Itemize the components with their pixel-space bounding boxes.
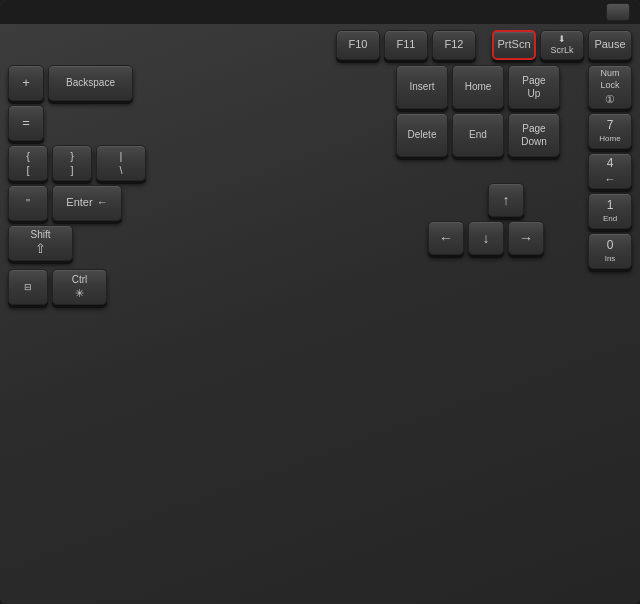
key-enter[interactable]: Enter ←	[52, 185, 122, 221]
key-quote[interactable]: "	[8, 185, 48, 221]
num4-top: 4	[607, 156, 614, 172]
numlock-label-1: Num	[600, 68, 619, 80]
left-row4: " Enter ←	[8, 185, 384, 221]
key-backslash-char: \	[119, 163, 122, 177]
key-end[interactable]: End	[452, 113, 504, 157]
key-num1[interactable]: 1 End	[588, 193, 632, 229]
key-ctrl-label: Ctrl	[72, 273, 88, 286]
key-pageup-line1: Page	[522, 74, 545, 87]
key-shift-icon: ⇧	[35, 241, 46, 258]
arrow-up-row: ↑	[436, 183, 576, 217]
left-row3: { [ } ] | \	[8, 145, 384, 181]
key-arrow-left[interactable]: ←	[428, 221, 464, 255]
left-row1: + Backspace	[8, 65, 384, 101]
keyboard-top-strip	[0, 0, 640, 24]
key-fn-special[interactable]: ⊟	[8, 269, 48, 305]
key-arrow-up[interactable]: ↑	[488, 183, 524, 217]
num0-top: 0	[607, 238, 614, 254]
key-num0[interactable]: 0 Ins	[588, 233, 632, 269]
key-ctrl[interactable]: Ctrl ✳	[52, 269, 107, 305]
nav-key-grid: Insert Home Page Up Delete End Page Down	[396, 65, 576, 157]
key-home[interactable]: Home	[452, 65, 504, 109]
num7-bottom: Home	[599, 134, 620, 144]
numlock-label-2: Lock	[600, 80, 619, 92]
keyboard-background: F10 F11 F12 PrtScn ⬇ ScrLk Pause + Backs…	[0, 0, 640, 604]
key-pageup[interactable]: Page Up	[508, 65, 560, 109]
main-keyboard-area: + Backspace = { [	[8, 65, 632, 305]
num4-bottom: ←	[605, 172, 616, 186]
arrow-keys: ↑ ← ↓ →	[396, 183, 576, 255]
key-dquote: "	[26, 196, 30, 210]
key-backslash[interactable]: | \	[96, 145, 146, 181]
key-closebrace-bottom: ]	[70, 163, 73, 177]
key-ctrl-icon: ✳	[75, 286, 84, 300]
key-f12[interactable]: F12	[432, 30, 476, 60]
key-pagedown-line1: Page	[522, 122, 545, 135]
left-typing-section: + Backspace = { [	[8, 65, 384, 305]
num1-top: 1	[607, 198, 614, 214]
key-f11[interactable]: F11	[384, 30, 428, 60]
key-prtscn[interactable]: PrtScn	[492, 30, 536, 60]
numlock-indicator: ①	[605, 92, 615, 106]
key-backspace[interactable]: Backspace	[48, 65, 133, 101]
key-numlock[interactable]: Num Lock ①	[588, 65, 632, 109]
num1-bottom: End	[603, 214, 617, 224]
numpad-section: Num Lock ① 7 Home 4 ←	[588, 65, 632, 305]
key-equals[interactable]: =	[8, 105, 44, 141]
key-pageup-line2: Up	[528, 87, 541, 100]
key-arrow-down[interactable]: ↓	[468, 221, 504, 255]
num0-bottom: Ins	[605, 254, 616, 264]
fn-row: F10 F11 F12 PrtScn ⬇ ScrLk Pause	[8, 30, 632, 60]
key-pipe: |	[120, 149, 123, 163]
key-openbrace-bottom: [	[26, 163, 29, 177]
key-insert[interactable]: Insert	[396, 65, 448, 109]
key-num7[interactable]: 7 Home	[588, 113, 632, 149]
left-row2: =	[8, 105, 384, 141]
key-pagedown-line2: Down	[521, 135, 547, 148]
left-row6: ⊟ Ctrl ✳	[8, 269, 384, 305]
key-shift-label: Shift	[30, 228, 50, 241]
key-close-brace[interactable]: } ]	[52, 145, 92, 181]
key-enter-label: Enter	[66, 196, 92, 209]
key-enter-icon: ←	[97, 196, 108, 209]
key-open-brace[interactable]: { [	[8, 145, 48, 181]
key-closebrace-top: }	[70, 149, 74, 163]
key-pause[interactable]: Pause	[588, 30, 632, 60]
nav-section: Insert Home Page Up Delete End Page Down	[396, 65, 576, 305]
key-scrlk-label: ScrLk	[550, 45, 573, 56]
key-arrow-right[interactable]: →	[508, 221, 544, 255]
key-openbrace-top: {	[26, 149, 30, 163]
key-scrlk[interactable]: ⬇ ScrLk	[540, 30, 584, 60]
key-plus[interactable]: +	[8, 65, 44, 101]
key-f10[interactable]: F10	[336, 30, 380, 60]
key-pagedown[interactable]: Page Down	[508, 113, 560, 157]
top-indicator-button[interactable]	[606, 3, 630, 21]
key-scrlk-icon: ⬇	[558, 34, 566, 45]
key-num4[interactable]: 4 ←	[588, 153, 632, 189]
key-delete[interactable]: Delete	[396, 113, 448, 157]
arrow-lr-row: ← ↓ →	[396, 221, 576, 255]
num7-top: 7	[607, 118, 614, 134]
left-row5: Shift ⇧	[8, 225, 384, 261]
key-shift-left[interactable]: Shift ⇧	[8, 225, 73, 261]
